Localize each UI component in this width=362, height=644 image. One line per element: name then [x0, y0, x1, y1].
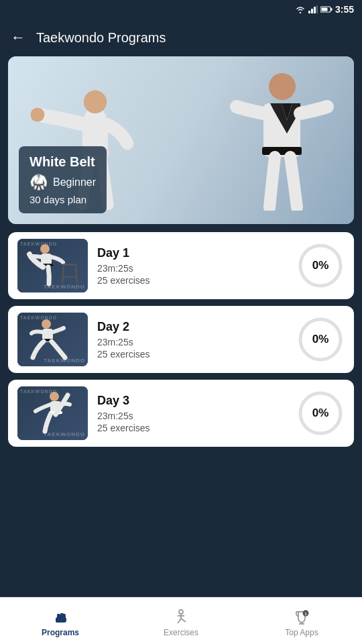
- status-bar: 3:55: [0, 0, 362, 19]
- day-3-info: Day 3 23m:25s 25 exercises: [97, 394, 287, 433]
- svg-rect-6: [321, 8, 327, 11]
- nav-top-apps[interactable]: 1 Top Apps: [241, 598, 362, 644]
- day-1-thumbnail: TAEKWONDO TAEKWONDO: [17, 239, 88, 292]
- svg-rect-2: [314, 7, 316, 13]
- day-1-card[interactable]: TAEKWONDO TAEKWONDO Day 1 23m:25s 25 exe…: [8, 232, 354, 299]
- battery-icon: [320, 5, 333, 13]
- hero-banner: White Belt 🥋 Beginner 30 days plan: [8, 56, 354, 224]
- karate-emoji: 🥋: [29, 174, 48, 191]
- day-2-progress-label: 0%: [312, 333, 329, 346]
- exercises-icon: [172, 608, 190, 626]
- day-3-figure: [26, 390, 80, 437]
- day-2-title: Day 2: [97, 320, 287, 334]
- day-3-thumbnail: TAEKWONDO TAEKWONDO: [17, 386, 88, 440]
- nav-programs-label: Programs: [42, 628, 79, 637]
- hero-plan: 30 days plan: [29, 194, 96, 205]
- day-2-thumbnail: TAEKWONDO TAEKWONDO: [17, 313, 88, 366]
- hero-info-box: White Belt 🥋 Beginner 30 days plan: [19, 146, 107, 213]
- svg-line-20: [76, 266, 77, 284]
- hero-level: Beginner: [53, 176, 96, 189]
- svg-point-9: [30, 107, 44, 121]
- wifi-icon: [295, 5, 306, 13]
- svg-line-46: [181, 619, 186, 622]
- hero-belt: White Belt: [29, 154, 96, 170]
- hero-overlay: White Belt 🥋 Beginner 30 days plan: [8, 136, 354, 224]
- nav-top-apps-label: Top Apps: [285, 628, 318, 637]
- day-1-exercises: 25 exercises: [97, 275, 287, 286]
- svg-point-13: [269, 73, 296, 100]
- day-3-exercises: 25 exercises: [97, 423, 287, 433]
- main-content: TAEKWONDO TAEKWONDO Day 1 23m:25s 25 exe…: [0, 224, 362, 515]
- svg-point-15: [40, 244, 50, 254]
- svg-rect-41: [63, 614, 66, 616]
- day-2-figure: [26, 316, 80, 363]
- svg-line-45: [178, 619, 181, 623]
- svg-rect-5: [330, 8, 332, 11]
- svg-text:1: 1: [304, 612, 306, 616]
- day-3-title: Day 3: [97, 394, 287, 408]
- day-2-duration: 23m:25s: [97, 337, 287, 347]
- day-2-info: Day 2 23m:25s 25 exercises: [97, 320, 287, 360]
- day-2-progress: 0%: [296, 315, 345, 364]
- day-1-progress-label: 0%: [312, 259, 329, 272]
- day-2-card[interactable]: TAEKWONDO TAEKWONDO Day 2 23m:25s 25 exe…: [8, 306, 354, 373]
- signal-icon: [308, 5, 318, 13]
- svg-rect-3: [316, 5, 318, 13]
- day-1-figure: [26, 242, 80, 289]
- day-1-progress: 0%: [296, 241, 345, 290]
- day-2-exercises: 25 exercises: [97, 349, 287, 360]
- day-1-duration: 23m:25s: [97, 263, 287, 274]
- header: ← Taekwondo Programs: [0, 19, 362, 56]
- day-3-card[interactable]: TAEKWONDO TAEKWONDO Day 3 23m:25s 25 exe…: [8, 380, 354, 447]
- nav-programs[interactable]: Programs: [0, 598, 121, 644]
- svg-point-29: [50, 392, 59, 401]
- svg-rect-18: [63, 264, 76, 266]
- nav-exercises[interactable]: Exercises: [121, 598, 241, 644]
- top-apps-icon: 1: [293, 608, 310, 626]
- day-1-title: Day 1: [97, 246, 287, 260]
- day-3-duration: 23m:25s: [97, 411, 287, 421]
- nav-exercises-label: Exercises: [164, 628, 198, 637]
- day-3-progress: 0%: [296, 389, 345, 437]
- day-3-progress-label: 0%: [312, 407, 329, 420]
- day-1-info: Day 1 23m:25s 25 exercises: [97, 246, 287, 286]
- page-title: Taekwondo Programs: [36, 30, 166, 46]
- back-button[interactable]: ←: [11, 30, 25, 45]
- svg-point-42: [179, 610, 183, 614]
- svg-rect-38: [56, 617, 66, 623]
- bottom-nav: Programs Exercises 1 Top Apps: [0, 597, 362, 644]
- svg-rect-1: [311, 9, 313, 13]
- svg-point-24: [42, 319, 51, 329]
- programs-icon: [52, 608, 69, 626]
- svg-line-19: [62, 266, 64, 284]
- status-time: 3:55: [335, 4, 354, 15]
- svg-point-8: [84, 91, 107, 113]
- svg-rect-0: [308, 11, 310, 13]
- svg-rect-39: [57, 614, 60, 616]
